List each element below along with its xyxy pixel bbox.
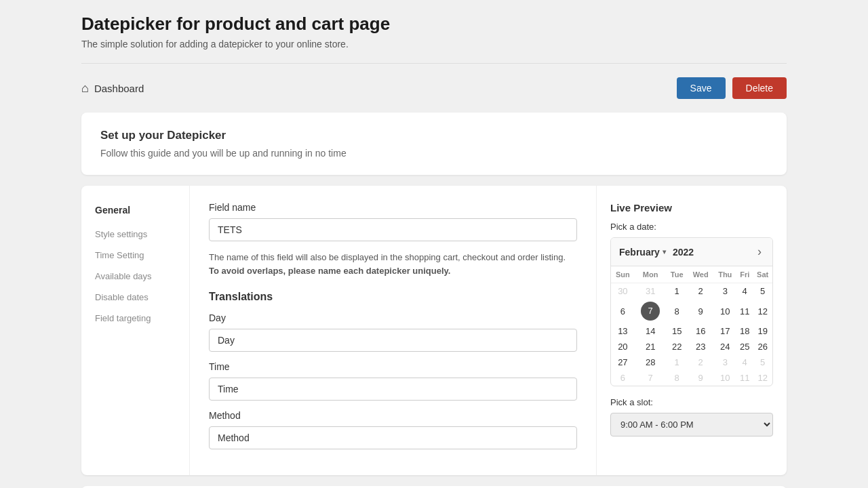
calendar-day[interactable]: 6 [611, 370, 635, 386]
calendar-day[interactable]: 9 [688, 370, 714, 386]
calendar-day[interactable]: 13 [611, 323, 635, 339]
pick-date-label: Pick a date: [610, 222, 773, 232]
col-fri: Fri [736, 266, 753, 283]
day-number: 31 [646, 286, 655, 296]
calendar-day[interactable]: 3 [713, 283, 736, 300]
col-thu: Thu [713, 266, 736, 283]
calendar-day[interactable]: 18 [736, 323, 753, 339]
calendar-day[interactable]: 30 [611, 283, 635, 300]
day-number: 2 [698, 286, 703, 296]
calendar-header: February ▾ 2022 › [611, 238, 772, 266]
calendar-day[interactable]: 12 [753, 370, 772, 386]
calendar-month: February [619, 247, 660, 258]
calendar-day[interactable]: 1 [667, 354, 688, 370]
calendar-day[interactable]: 24 [713, 339, 736, 354]
day-number: 20 [618, 342, 627, 352]
calendar-day[interactable]: 22 [667, 339, 688, 354]
day-number: 8 [675, 373, 679, 383]
calendar-week-row: 272812345 [611, 354, 772, 370]
dashboard-link[interactable]: ⌂ Dashboard [81, 81, 144, 96]
day-number: 21 [646, 342, 655, 352]
day-number: 27 [618, 357, 627, 367]
day-number: 10 [720, 306, 730, 317]
calendar-next-button[interactable]: › [755, 245, 764, 259]
dropdown-arrow-icon: ▾ [663, 248, 666, 256]
calendar-day[interactable]: 2 [688, 283, 714, 300]
calendar-day[interactable]: 14 [635, 323, 667, 339]
setup-card: Set up your Datepicker Follow this guide… [81, 113, 787, 175]
col-wed: Wed [688, 266, 714, 283]
save-top-button[interactable]: Save [677, 77, 726, 99]
day-number: 4 [743, 357, 747, 367]
calendar-day[interactable]: 28 [635, 354, 667, 370]
calendar-day[interactable]: 8 [667, 370, 688, 386]
delete-top-button[interactable]: Delete [732, 77, 787, 99]
month-year-selector[interactable]: February ▾ 2022 [619, 247, 694, 258]
field-name-label: Field name [209, 202, 577, 213]
sidebar-item-available[interactable]: Available days [81, 266, 189, 287]
day-number: 6 [620, 373, 625, 383]
calendar-header-row: Sun Mon Tue Wed Thu Fri Sat [611, 266, 772, 283]
sidebar-item-style[interactable]: Style settings [81, 224, 189, 245]
calendar-day[interactable]: 11 [736, 370, 753, 386]
calendar-day[interactable]: 7 [635, 299, 667, 323]
day-number: 16 [696, 326, 705, 336]
day-number: 30 [618, 286, 627, 296]
day-number: 7 [641, 302, 660, 321]
calendar-day[interactable]: 8 [667, 299, 688, 323]
calendar-week-row: 303112345 [611, 283, 772, 300]
col-mon: Mon [635, 266, 667, 283]
sidebar-item-disable[interactable]: Disable dates [81, 287, 189, 308]
calendar-day[interactable]: 5 [753, 354, 772, 370]
field-name-input[interactable] [209, 218, 577, 241]
field-hint: The name of this field will also be disp… [209, 251, 577, 277]
calendar-day[interactable]: 2 [688, 354, 714, 370]
day-number: 12 [757, 306, 767, 317]
day-number: 9 [698, 306, 703, 317]
calendar-grid: Sun Mon Tue Wed Thu Fri Sat 303112345678… [611, 266, 772, 386]
calendar-day[interactable]: 20 [611, 339, 635, 354]
calendar-day[interactable]: 26 [753, 339, 772, 354]
day-input[interactable] [209, 329, 577, 352]
calendar-day[interactable]: 17 [713, 323, 736, 339]
calendar-day[interactable]: 6 [611, 299, 635, 323]
calendar-day[interactable]: 11 [736, 299, 753, 323]
time-label: Time [209, 361, 577, 372]
calendar-day[interactable]: 10 [713, 299, 736, 323]
sidebar-item-targeting[interactable]: Field targeting [81, 308, 189, 329]
calendar-day[interactable]: 5 [753, 283, 772, 300]
day-number: 19 [757, 326, 767, 336]
calendar-day[interactable]: 15 [667, 323, 688, 339]
day-number: 17 [720, 326, 730, 336]
day-number: 4 [743, 286, 747, 296]
calendar-day[interactable]: 9 [688, 299, 714, 323]
day-number: 5 [760, 286, 765, 296]
pick-slot-label: Pick a slot: [610, 397, 773, 407]
calendar-day[interactable]: 7 [635, 370, 667, 386]
calendar-day[interactable]: 23 [688, 339, 714, 354]
sidebar-item-time[interactable]: Time Setting [81, 245, 189, 266]
setup-card-subtitle: Follow this guide and you will be up and… [100, 148, 768, 159]
calendar-day[interactable]: 1 [667, 283, 688, 300]
sidebar-heading: General [81, 199, 189, 224]
calendar-day[interactable]: 27 [611, 354, 635, 370]
slot-select[interactable]: 9:00 AM - 6:00 PM [610, 413, 773, 436]
top-bar: ⌂ Dashboard Save Delete [81, 77, 787, 99]
calendar: February ▾ 2022 › Sun Mon Tue Wed Thu [610, 237, 773, 386]
calendar-day[interactable]: 10 [713, 370, 736, 386]
calendar-day[interactable]: 3 [713, 354, 736, 370]
method-label: Method [209, 410, 577, 421]
method-input[interactable] [209, 426, 577, 449]
calendar-day[interactable]: 16 [688, 323, 714, 339]
calendar-day[interactable]: 25 [736, 339, 753, 354]
calendar-day[interactable]: 21 [635, 339, 667, 354]
col-sat: Sat [753, 266, 772, 283]
preview-title: Live Preview [610, 202, 773, 214]
calendar-day[interactable]: 31 [635, 283, 667, 300]
calendar-day[interactable]: 4 [736, 283, 753, 300]
time-input[interactable] [209, 378, 577, 401]
calendar-day[interactable]: 12 [753, 299, 772, 323]
calendar-day[interactable]: 19 [753, 323, 772, 339]
day-number: 22 [672, 342, 682, 352]
calendar-day[interactable]: 4 [736, 354, 753, 370]
